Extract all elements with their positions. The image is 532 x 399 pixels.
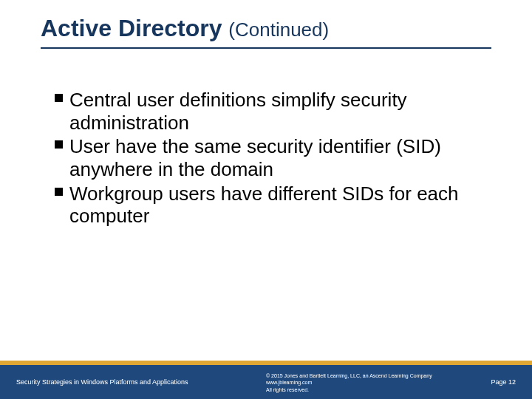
slide: Active Directory (Continued) Central use… (0, 0, 532, 399)
footer: Security Strategies in Windows Platforms… (0, 361, 532, 399)
bullet-icon (55, 94, 63, 102)
bullet-text: Central user definitions simplify securi… (69, 89, 407, 134)
footer-copyright: © 2015 Jones and Bartlett Learning, LLC,… (266, 372, 432, 379)
footer-bar: Security Strategies in Windows Platforms… (0, 365, 532, 399)
bullet-item: Central user definitions simplify securi… (55, 89, 497, 134)
title-underline (41, 47, 491, 49)
footer-page-number: Page 12 (491, 378, 516, 386)
bullet-icon (55, 188, 63, 196)
bullet-text: User have the same security identifier (… (69, 135, 441, 180)
footer-left-text: Security Strategies in Windows Platforms… (16, 378, 188, 386)
bullet-text: Workgroup users have different SIDs for … (69, 183, 459, 228)
slide-title: Active Directory (Continued) (41, 15, 502, 42)
title-sub: (Continued) (228, 18, 329, 41)
footer-center-text: © 2015 Jones and Bartlett Learning, LLC,… (266, 372, 432, 393)
body-content: Central user definitions simplify securi… (55, 89, 497, 229)
bullet-icon (55, 140, 63, 149)
bullet-item: Workgroup users have different SIDs for … (55, 183, 497, 228)
footer-url: www.jblearning.com (266, 379, 432, 386)
title-main: Active Directory (41, 15, 228, 41)
footer-rights: All rights reserved. (266, 386, 432, 393)
bullet-item: User have the same security identifier (… (55, 135, 497, 180)
